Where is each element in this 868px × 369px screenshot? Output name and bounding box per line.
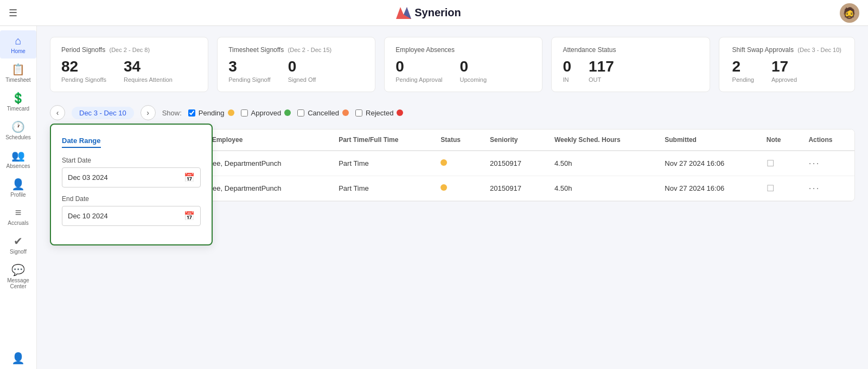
cell-weekly-hours-1: 4.50h <box>546 151 656 176</box>
sidebar-item-absences-label: Absences <box>7 163 30 169</box>
stat-signed-off: 0 Signed Off <box>288 58 316 83</box>
approved-checkbox[interactable] <box>241 109 248 116</box>
cell-part-full-time-1: Part Time <box>330 151 432 176</box>
sidebar-item-timecard-label: Timecard <box>7 106 29 112</box>
end-date-value: Dec 10 2024 <box>68 212 184 220</box>
status-dot-1 <box>441 159 447 166</box>
sidebar-item-signoff[interactable]: ✔ Signoff <box>0 230 36 259</box>
timecard-icon: 💲 <box>11 92 25 105</box>
cancelled-label: Cancelled <box>308 109 339 117</box>
shift-swap-card: Shift Swap Approvals (Dec 3 - Dec 10) 2 … <box>719 37 855 92</box>
note-icon-2[interactable]: ☐ <box>767 184 774 193</box>
prev-date-btn[interactable]: ‹ <box>50 105 65 120</box>
hamburger-icon[interactable]: ☰ <box>9 7 17 19</box>
end-date-calendar-icon[interactable]: 📅 <box>184 211 195 221</box>
sidebar-item-timesheet-label: Timesheet <box>5 77 30 83</box>
date-range-pill[interactable]: Dec 3 - Dec 10 <box>72 107 134 119</box>
sidebar-item-home-label: Home <box>11 48 25 54</box>
employee-absences-card: Employee Absences 0 Pending Approval 0 U… <box>384 37 542 92</box>
absences-icon: 👥 <box>11 149 25 162</box>
sidebar-item-accruals-label: Accruals <box>8 220 28 226</box>
content-area: Period Signoffs (Dec 2 - Dec 8) 82 Pendi… <box>37 26 868 369</box>
cell-note-2: ☐ <box>758 176 800 201</box>
cell-note-1: ☐ <box>758 151 800 176</box>
col-status: Status <box>432 130 481 151</box>
rejected-checkbox[interactable] <box>355 109 362 116</box>
popup-tab-date-range[interactable]: Date Range <box>62 137 101 148</box>
stat-pending-signoff: 3 Pending Signoff <box>228 58 270 83</box>
status-dot-2 <box>441 184 447 191</box>
cell-seniority-2: 20150917 <box>481 176 546 201</box>
cancelled-checkbox[interactable] <box>297 109 304 116</box>
signoff-icon: ✔ <box>14 235 23 248</box>
schedules-icon: 🕐 <box>11 120 25 133</box>
cell-submitted-1: Nov 27 2024 16:06 <box>656 151 758 176</box>
sidebar-item-absences[interactable]: 👥 Absences <box>0 145 36 173</box>
timesheet-signoffs-card: Timesheet Signoffs (Dec 2 - Dec 15) 3 Pe… <box>217 37 375 92</box>
stat-upcoming: 0 Upcoming <box>460 58 487 83</box>
more-btn-2[interactable]: ··· <box>808 183 820 193</box>
note-icon-1[interactable]: ☐ <box>767 159 774 168</box>
user-icon: 👤 <box>11 352 25 365</box>
cancelled-dot <box>342 109 349 116</box>
timesheet-icon: 📋 <box>11 63 25 76</box>
top-header: ☰ Synerion 🧔 <box>0 0 868 26</box>
cell-weekly-hours-2: 4.50h <box>546 176 656 201</box>
logo-icon <box>396 7 411 19</box>
stat-pending-signoffs: 82 Pending Signoffs <box>61 58 106 83</box>
start-date-input-row: Dec 03 2024 📅 <box>62 167 201 187</box>
cell-status-2 <box>432 176 481 201</box>
cell-status-1 <box>432 151 481 176</box>
period-signoffs-card: Period Signoffs (Dec 2 - Dec 8) 82 Pendi… <box>50 37 208 92</box>
cell-actions-2: ··· <box>800 176 854 201</box>
col-seniority: Seniority <box>481 130 546 151</box>
logo: Synerion <box>396 7 461 19</box>
stat-out: 117 OUT <box>589 58 614 83</box>
profile-icon: 👤 <box>11 178 25 191</box>
filter-pending[interactable]: Pending <box>188 109 234 117</box>
sidebar-item-user[interactable]: 👤 <box>0 347 36 369</box>
cell-part-full-time-2: Part Time <box>330 176 432 201</box>
stat-in: 0 IN <box>563 58 571 83</box>
more-btn-1[interactable]: ··· <box>808 158 820 169</box>
end-date-label: End Date <box>62 195 201 203</box>
avatar[interactable]: 🧔 <box>840 3 859 23</box>
cell-submitted-2: Nov 27 2024 16:06 <box>656 176 758 201</box>
sidebar-item-message-center-label: Message Center <box>2 277 34 289</box>
rejected-label: Rejected <box>366 109 393 117</box>
pending-label: Pending <box>199 109 225 117</box>
filter-approved[interactable]: Approved <box>241 109 291 117</box>
filter-cancelled[interactable]: Cancelled <box>297 109 349 117</box>
sidebar-item-profile-label: Profile <box>10 192 25 198</box>
col-actions: Actions <box>800 130 854 151</box>
pending-dot <box>228 109 234 116</box>
message-center-icon: 💬 <box>11 263 25 276</box>
main-layout: ⌂ Home 📋 Timesheet 💲 Timecard 🕐 Schedule… <box>0 26 868 369</box>
sidebar-item-timesheet[interactable]: 📋 Timesheet <box>0 59 36 87</box>
timesheet-signoffs-title: Timesheet Signoffs (Dec 2 - Dec 15) <box>228 46 364 54</box>
attendance-status-title: Attendance Status <box>563 46 698 54</box>
sidebar-item-timecard[interactable]: 💲 Timecard <box>0 87 36 116</box>
sidebar-item-profile[interactable]: 👤 Profile <box>0 173 36 202</box>
stat-pending-approval: 0 Pending Approval <box>395 58 442 83</box>
main-content-area: Date Range Start Date Dec 03 2024 📅 End … <box>50 129 855 202</box>
sidebar-item-home[interactable]: ⌂ Home <box>0 30 36 59</box>
stat-swap-pending: 2 Pending <box>732 58 754 83</box>
attendance-status-card: Attendance Status 0 IN 117 OUT <box>551 37 710 92</box>
stat-requires-attention: 34 Requires Attention <box>124 58 173 83</box>
sidebar: ⌂ Home 📋 Timesheet 💲 Timecard 🕐 Schedule… <box>0 26 37 369</box>
pending-checkbox[interactable] <box>188 109 195 116</box>
accruals-icon: ≡ <box>15 206 22 219</box>
start-date-calendar-icon[interactable]: 📅 <box>184 172 195 183</box>
next-date-btn[interactable]: › <box>141 105 156 120</box>
filter-rejected[interactable]: Rejected <box>355 109 403 117</box>
sidebar-item-signoff-label: Signoff <box>10 249 27 255</box>
col-weekly-hours: Weekly Sched. Hours <box>546 130 656 151</box>
sidebar-item-schedules[interactable]: 🕐 Schedules <box>0 116 36 145</box>
sidebar-item-accruals[interactable]: ≡ Accruals <box>0 202 36 230</box>
home-icon: ⌂ <box>15 35 21 47</box>
employee-absences-title: Employee Absences <box>395 46 531 54</box>
sidebar-item-message-center[interactable]: 💬 Message Center <box>0 259 36 294</box>
date-nav-row: ‹ Dec 3 - Dec 10 › Show: Pending Approve… <box>50 105 855 120</box>
shift-swap-title: Shift Swap Approvals (Dec 3 - Dec 10) <box>732 46 841 54</box>
